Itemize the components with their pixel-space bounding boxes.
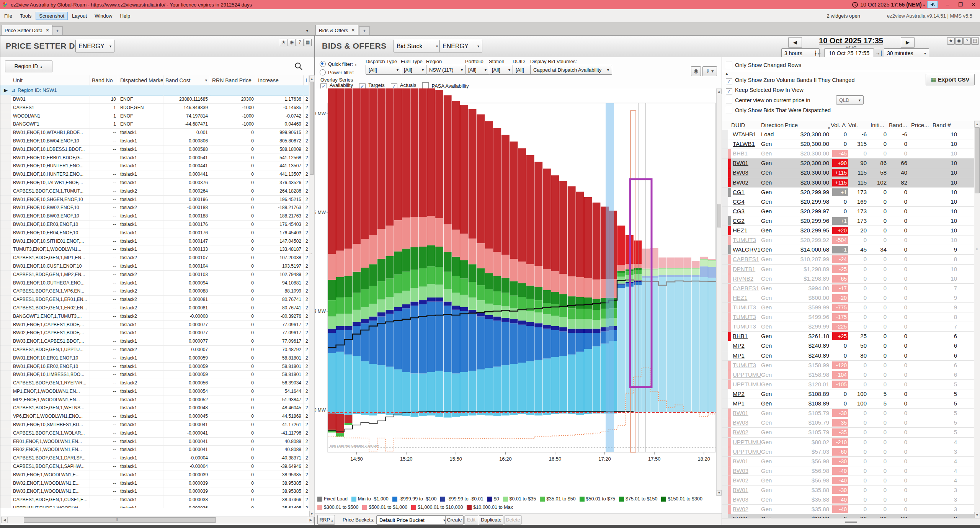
cell-duid[interactable]: BW02 [731,505,761,514]
cell-duid[interactable]: CAPBES1 [731,284,761,293]
filter-select-station[interactable]: [All]▾ [489,65,513,75]
new-tab-button[interactable]: + [52,26,63,35]
duplicate-bucket-button[interactable]: Duplicate [479,515,503,525]
table-row[interactable]: BW01,ENOF,10,ER04,ENOF,10--tbslack10.000… [0,229,309,237]
table-row[interactable]: HEZ1Gen$20,299.95+20200010 [722,226,974,235]
cell-duid[interactable]: BHB1 [731,332,761,341]
cell-duid[interactable]: UPPTUMUT [731,447,761,456]
camera-icon[interactable]: ◉ [288,39,296,46]
col-unit[interactable]: Unit [11,75,90,85]
close-tab-icon[interactable]: ✕ [46,28,49,33]
menu-screenshot[interactable]: Screenshot [36,12,68,20]
menu-tools[interactable]: Tools [16,12,35,20]
table-row[interactable]: VP6,ENOF,1,WOODLWN1,ENO...--tbslack10.00… [0,412,309,421]
table-row[interactable]: BW01,ENOF,10,ERB01,BDOF,G...--tbslack10.… [0,154,309,162]
cell-duid[interactable]: CG2 [731,216,761,226]
table-row[interactable]: TALWB1Gen$20,300.0003150010 [722,139,974,149]
cell-duid[interactable]: MP1 [731,351,761,360]
tab-bids-offers[interactable]: Bids & Offers✕ [315,25,358,35]
restore-button[interactable]: ❐ [954,2,967,8]
table-row[interactable]: CAPBES1,BDOF,GEN,1,VP6,EN...--tbslack20.… [0,287,309,296]
table-row[interactable]: BW03Gen$56.98-400004 [722,466,974,476]
export-csv-button[interactable]: ▦ Export CSV [926,74,975,85]
table-row[interactable]: BW03Gen$20,300.00+115115584010 [722,168,974,178]
menu-file[interactable]: File [1,12,16,20]
table-row[interactable]: BW01,ENOF,10,BW02,ENOF,10--tbslack2-0.00… [0,204,309,212]
table-row[interactable]: BW01,ENOF,10,LIMBESS1,BDO...--tbslack10.… [0,371,309,379]
filter-select-region[interactable]: NSW (117)▾ [426,65,466,75]
table-row[interactable]: CAPBES1,BDOF,GEN,1,WOLAR...--tbslack1-0.… [0,429,309,438]
table-row[interactable]: CAPBES1,BDOF,GEN,1,RYEPAR...--tbslack20.… [0,379,309,387]
table-row[interactable]: CAPBES1,BDOF,GEN,1,ER01,EN...--tbslack20… [0,296,309,304]
cell-duid[interactable]: TUMUT3 [731,235,761,245]
table-row[interactable]: CAPBES1,BDOF,GEN,1,SAPHW...--tbslack1-0.… [0,463,309,471]
keep-selected-row-checkbox[interactable]: ✓Keep Selected Row In View [726,87,804,95]
table-row[interactable]: CAPBES1,BDOF,GEN,1,MP2,EN...--tbslack20.… [0,271,309,279]
table-row[interactable]: BW03Gen$105.79-350005 [722,418,974,428]
table-row[interactable]: BW01,ENOF,10,SITHE01,ENOF,...--tbslack10… [0,237,309,246]
cell-duid[interactable]: MP2 [731,389,761,399]
tab-price-setter-data[interactable]: Price Setter Data✕ [1,25,53,35]
as-at-prev-button[interactable]: ◀ [788,37,802,48]
cell-duid[interactable]: BW02 [731,476,761,485]
table-row[interactable]: CAPBES1Gen$994.00-170007 [722,284,974,293]
table-row[interactable]: BHB1Gen$20,300.00-4500010 [722,149,974,159]
table-row[interactable]: BW02,ENOF,1,CAPBES1,BDOF,...--tbslack10.… [0,329,309,337]
table-row[interactable]: MP1Gen$240.89080006 [722,351,974,361]
close-button[interactable]: ✕ [967,2,980,8]
table-row[interactable]: BW01,ENOF,10,ER02,ENOF,10--tbslack10.000… [0,363,309,371]
table-row[interactable]: CG3Gen$20,299.9701730010 [722,207,974,216]
collapse-options-icon[interactable]: ▲ [725,72,728,75]
table-row[interactable]: BW01,ENOF,10,ER03,ENOF,10--tbslack10.000… [0,221,309,229]
tab-overflow-icon[interactable]: ▾ [306,29,308,33]
group-by-region-chip[interactable]: Region ID ▲ [5,60,52,72]
jump-back-icon[interactable]: |← [815,49,822,56]
table-row[interactable]: BW01,ENOF,10,BW03,ENOF,10--tbslack10.000… [0,212,309,221]
cell-duid[interactable]: BW03 [731,495,761,504]
table-row[interactable]: BW01,ENOF,10,ER01,ENOF,10--tbslack10.000… [0,354,309,363]
only-show-changed-rows-checkbox[interactable]: Only Show Changed Rows [726,62,801,68]
table-row[interactable]: BW01,ENOF,1,CAPBES1,BDOF,...--tbslack10.… [0,321,309,329]
market-select[interactable]: ENERGY▾ [439,40,482,52]
cell-duid[interactable]: ER02 [731,514,761,518]
cell-duid[interactable]: TUMUT3 [731,303,761,312]
cell-duid[interactable]: BW01 [731,409,761,418]
cell-duid[interactable]: BHB1 [731,149,761,158]
power-filter-radio[interactable]: Power filter: [320,69,354,75]
cell-duid[interactable]: TUMUT3 [731,361,761,370]
table-row[interactable]: BW02,ENOF,1,WOODLWN1,E...--tbslack10.000… [0,479,309,488]
table-row[interactable]: WALGRV1Gen$14,000.68-1453409 [722,245,974,255]
cell-duid[interactable]: CG3 [731,207,761,216]
table-row[interactable]: UPPTUMUTGen$80.02-2100004 [722,438,974,447]
menu-layout[interactable]: Layout [69,12,90,20]
group-row-nsw1[interactable]: ▶ ⊿ Region ID: NSW1 [0,85,309,96]
center-view-checkbox[interactable]: Center view on current price in [726,97,810,103]
table-row[interactable]: TUMUT3Gen$158.99-1200006 [722,361,974,370]
table-row[interactable]: CAPBES1,BDOF,GEN,1,DARLSF...--tbslack1-0… [0,454,309,463]
only-dispatched-checkbox[interactable]: Only Show Bids That Were Dispatched [726,107,831,113]
table-row[interactable]: CAPBES1,BDOF,GEN,1,UPPTU...--tbslack20.0… [0,346,309,354]
cell-duid[interactable]: HEZ1 [731,226,761,235]
cell-duid[interactable]: MP1 [731,399,761,408]
table-row[interactable]: CAPBES1,BDOF,GEN,1,WELNS...--tbslack1-0.… [0,404,309,412]
table-row[interactable]: BW01,ENOF,10,WTAHB1,BDOF...--tbslack10.0… [0,129,309,137]
price-setter-hscrollbar[interactable]: ◀ ⦀ ▶ [1,517,314,523]
cell-duid[interactable]: WTAHB1 [731,130,761,139]
filter-select-fuel-type[interactable]: [All]▾ [401,65,427,75]
col-band-no[interactable]: Band No [90,75,118,85]
table-row[interactable]: UPPTUMUTGen$158.98-1040006 [722,370,974,380]
table-row[interactable]: CAPBES1,BDOF,GEN,1,MP1,EN...--tbslack20.… [0,254,309,262]
table-row[interactable]: BW01,ENOF,10,SMTHBES1,BD...--tbslack10.0… [0,421,309,429]
display-bid-volumes-select[interactable]: Capped at Dispatch Availability▾ [530,65,612,75]
cell-duid[interactable]: TALWB1 [731,139,761,149]
table-row[interactable]: ER01,ENOF,1,WOODLWN1,EN...--tbslack10.00… [0,438,309,446]
favourite-star-icon[interactable]: ★ [947,37,955,45]
bid-table-vscrollbar[interactable]: ▲ ≡ ▼ [974,121,980,519]
table-row[interactable]: HEZ1Gen$600.00-200009 [722,293,974,303]
cell-duid[interactable]: BW02 [731,178,761,187]
table-row[interactable]: WTAHB1Load$20,300.000-60-610 [722,130,974,139]
table-row[interactable]: BHB1Gen$261.18+2525006 [722,332,974,341]
table-row[interactable]: CAPBES1,BDOF,GEN,1,ER02,EN...--tbslack20… [0,304,309,312]
bottom-splitter[interactable] [722,518,980,526]
cell-duid[interactable]: CG4 [731,197,761,206]
